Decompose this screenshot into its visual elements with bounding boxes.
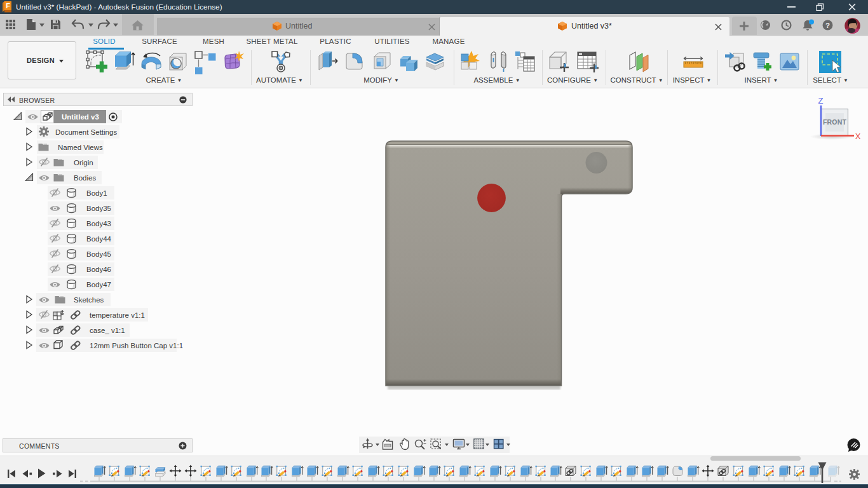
- svg-text:Z: Z: [818, 96, 824, 105]
- svg-text:?: ?: [825, 22, 830, 29]
- svg-text:F: F: [6, 2, 10, 10]
- svg-text:X: X: [855, 132, 861, 141]
